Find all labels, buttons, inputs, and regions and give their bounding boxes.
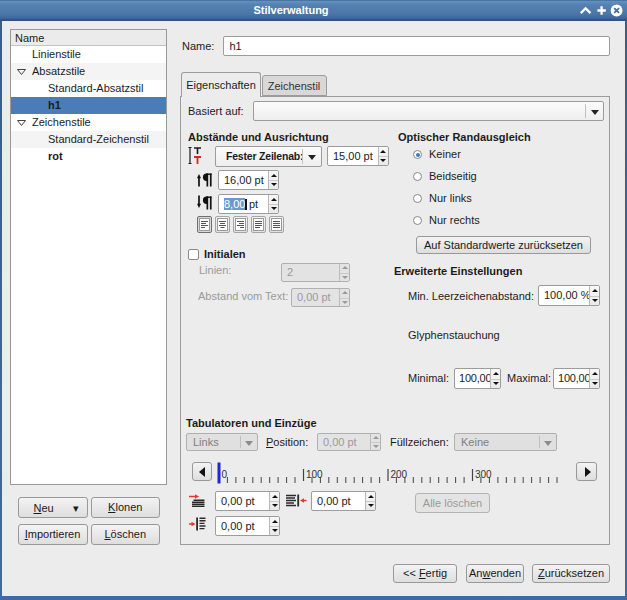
svg-text:100: 100 <box>306 469 323 480</box>
svg-text:0: 0 <box>222 469 228 480</box>
svg-text:300: 300 <box>475 469 492 480</box>
svg-text:200: 200 <box>391 469 408 480</box>
